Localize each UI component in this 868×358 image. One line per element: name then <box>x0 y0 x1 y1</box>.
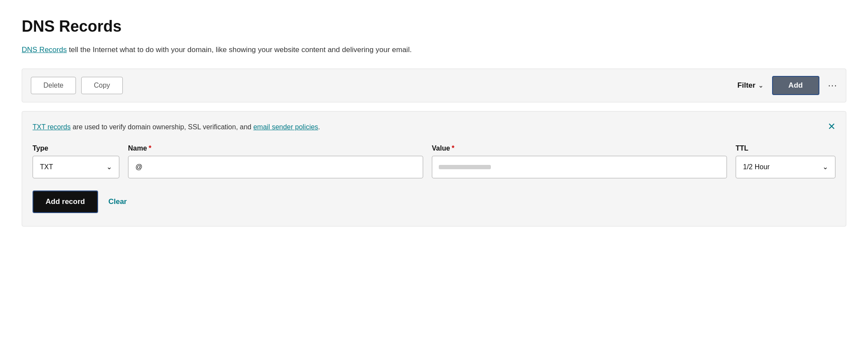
txt-records-link[interactable]: TXT records <box>33 123 71 131</box>
info-row: TXT records are used to verify domain ow… <box>33 122 835 132</box>
name-label: Name * <box>128 145 423 152</box>
type-select-value: TXT <box>40 163 53 171</box>
value-label: Value * <box>432 145 727 152</box>
add-button[interactable]: Add <box>772 76 819 95</box>
description-paragraph: DNS Records tell the Internet what to do… <box>22 44 846 56</box>
toolbar-right: Filter ⌄ Add ··· <box>737 76 837 95</box>
ttl-field-group: TTL 1/2 Hour ⌄ <box>736 145 835 178</box>
value-input-wrapper <box>432 156 727 178</box>
close-info-panel-button[interactable]: ✕ <box>828 122 835 131</box>
more-options-button[interactable]: ··· <box>828 80 837 91</box>
filter-label: Filter <box>737 81 756 90</box>
form-row: Type TXT ⌄ Name * Value * TTL <box>33 145 835 178</box>
name-required-star: * <box>149 145 151 152</box>
value-required-star: * <box>452 145 454 152</box>
toolbar-left: Delete Copy <box>31 77 123 94</box>
toolbar: Delete Copy Filter ⌄ Add ··· <box>22 69 846 102</box>
info-panel: TXT records are used to verify domain ow… <box>22 111 846 227</box>
chevron-down-icon: ⌄ <box>758 82 763 89</box>
filter-button[interactable]: Filter ⌄ <box>737 81 763 90</box>
actions-row: Add record Clear <box>33 190 835 213</box>
dns-records-link[interactable]: DNS Records <box>22 46 67 54</box>
copy-button[interactable]: Copy <box>81 77 122 94</box>
ttl-select-value: 1/2 Hour <box>743 163 769 171</box>
info-text-paragraph: TXT records are used to verify domain ow… <box>33 122 320 132</box>
name-field-group: Name * <box>128 145 423 178</box>
ttl-select[interactable]: 1/2 Hour ⌄ <box>736 156 835 178</box>
delete-button[interactable]: Delete <box>31 77 76 94</box>
type-chevron-icon: ⌄ <box>106 163 112 171</box>
value-placeholder-bar <box>439 165 491 169</box>
value-field-group: Value * <box>432 145 727 178</box>
email-sender-policies-link[interactable]: email sender policies <box>253 123 318 131</box>
page-title: DNS Records <box>22 17 846 36</box>
ttl-label: TTL <box>736 145 835 152</box>
clear-button[interactable]: Clear <box>108 197 127 206</box>
type-select[interactable]: TXT ⌄ <box>33 156 119 178</box>
info-middle-text: are used to verify domain ownership, SSL… <box>71 123 253 131</box>
add-record-button[interactable]: Add record <box>33 190 98 213</box>
name-input[interactable] <box>128 156 423 178</box>
type-field-group: Type TXT ⌄ <box>33 145 119 178</box>
type-label: Type <box>33 145 119 152</box>
ttl-chevron-icon: ⌄ <box>822 163 828 171</box>
